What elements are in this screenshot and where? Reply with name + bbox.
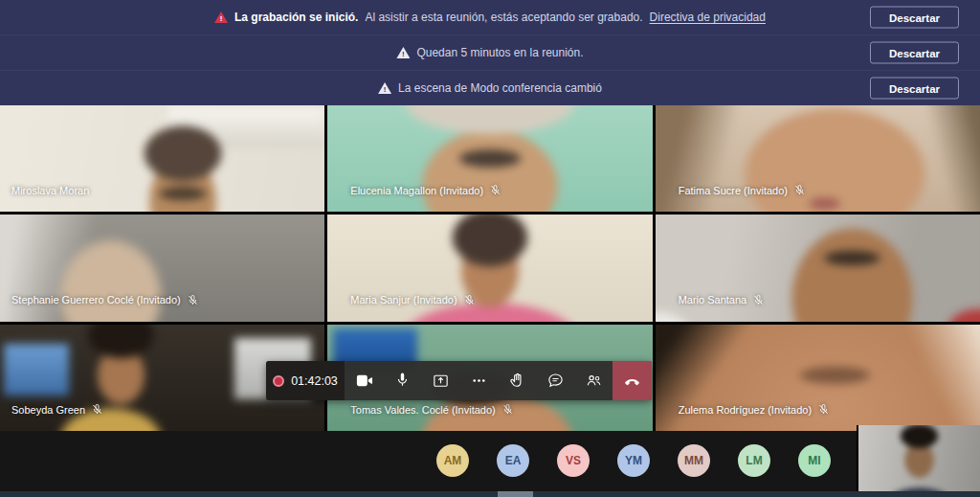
avatar-initials[interactable]: AM	[436, 444, 469, 477]
banner-text: Quedan 5 minutos en la reunión.	[416, 46, 583, 59]
participants-button[interactable]	[574, 361, 612, 400]
notification-banners: La grabación se inició. Al asistir a est…	[0, 0, 980, 105]
record-dot-icon	[273, 375, 284, 387]
mic-off-icon	[463, 294, 476, 306]
participant-name: Stephanie Guerrero Coclé (Invitado)	[11, 294, 181, 305]
video-tile-zulema-rodriguez[interactable]: Zulema Rodríguez (Invitado)	[656, 325, 980, 431]
more-options-button[interactable]	[459, 361, 498, 400]
avatar-initials[interactable]: VS	[557, 444, 590, 477]
mic-off-icon	[752, 294, 765, 306]
video-tile-fatima-sucre[interactable]: Fatima Sucre (Invitado)	[656, 105, 980, 212]
microphone-icon	[393, 372, 412, 390]
participant-name: Fatima Sucre (Invitado)	[679, 185, 788, 196]
participant-name: Maria Sanjur (Invitado)	[350, 294, 457, 305]
participant-label: Stephanie Guerrero Coclé (Invitado)	[11, 294, 199, 306]
mic-off-icon	[501, 403, 514, 416]
recording-indicator: 01:42:03	[266, 361, 345, 400]
dismiss-button[interactable]: Descartar	[870, 42, 959, 64]
video-tile-miroslava-moran[interactable]: Miroslava Moran	[0, 105, 324, 212]
raise-hand-button[interactable]	[498, 361, 536, 400]
warning-icon	[396, 47, 410, 58]
participant-label: Maria Sanjur (Invitado)	[350, 294, 475, 306]
banner-text: Al asistir a esta reunión, estás aceptan…	[365, 11, 642, 24]
hang-up-icon	[623, 372, 641, 390]
meeting-control-bar: 01:42:03	[266, 361, 652, 400]
meeting-timer: 01:42:03	[291, 374, 338, 388]
mic-off-icon	[817, 403, 830, 416]
mic-off-icon	[489, 184, 501, 196]
share-screen-icon	[432, 372, 450, 390]
audio-participants-strip: AM EA VS YM MM LM MI	[0, 431, 980, 497]
avatar-row: AM EA VS YM MM LM MI	[436, 444, 831, 477]
participant-name: Mario Santana	[679, 294, 747, 305]
participant-label: Zulema Rodríguez (Invitado)	[679, 403, 830, 416]
more-options-icon	[470, 372, 488, 390]
participant-name: Zulema Rodríguez (Invitado)	[679, 404, 812, 416]
self-video-feed	[857, 425, 980, 491]
participant-label: Miroslava Moran	[11, 185, 89, 196]
share-screen-button[interactable]	[421, 361, 459, 400]
avatar-initials[interactable]: MM	[678, 444, 710, 477]
privacy-policy-link[interactable]: Directiva de privacidad	[650, 11, 766, 24]
dismiss-button[interactable]: Descartar	[870, 78, 959, 100]
raise-hand-icon	[508, 372, 526, 390]
participant-name: Sobeyda Green	[11, 404, 85, 416]
self-view-video[interactable]	[857, 425, 980, 491]
scene-changed-banner: La escena de Modo conferencia cambió Des…	[0, 70, 980, 105]
participant-label: Mario Santana	[679, 294, 766, 306]
video-tile-elucenia-magallon[interactable]: Elucenia Magallon (Invitado)	[327, 105, 652, 212]
participant-label: Fatima Sucre (Invitado)	[679, 184, 806, 196]
video-tile-maria-sanjur[interactable]: Maria Sanjur (Invitado)	[327, 215, 652, 321]
mic-off-icon	[91, 403, 103, 416]
participant-name: Miroslava Moran	[11, 185, 89, 196]
microphone-button[interactable]	[383, 361, 421, 400]
participant-name: Elucenia Magallon (Invitado)	[350, 185, 483, 196]
dismiss-button[interactable]: Descartar	[870, 7, 959, 29]
avatar-initials[interactable]: YM	[617, 444, 650, 477]
avatar-initials[interactable]: EA	[497, 444, 529, 477]
avatar-initials[interactable]: MI	[798, 444, 831, 477]
warning-icon	[378, 82, 391, 94]
banner-text: La escena de Modo conferencia cambió	[398, 81, 602, 95]
chat-icon	[546, 372, 565, 390]
scrollbar-thumb[interactable]	[498, 491, 533, 497]
participants-icon	[585, 372, 603, 390]
camera-icon	[355, 372, 373, 390]
video-tile-mario-santana[interactable]: Mario Santana	[656, 215, 980, 321]
camera-button[interactable]	[345, 361, 383, 400]
chat-button[interactable]	[536, 361, 574, 400]
avatar-initials[interactable]: LM	[738, 444, 770, 477]
banner-bold-text: La grabación se inició.	[234, 11, 358, 24]
mic-off-icon	[187, 294, 199, 306]
warning-icon	[214, 11, 228, 23]
participant-label: Elucenia Magallon (Invitado)	[350, 184, 501, 196]
horizontal-scrollbar	[0, 491, 980, 497]
video-tile-stephanie-guerrero[interactable]: Stephanie Guerrero Coclé (Invitado)	[0, 215, 324, 321]
mic-off-icon	[793, 184, 806, 196]
participant-label: Tomas Valdes. Coclé (Invitado)	[350, 403, 513, 416]
time-remaining-banner: Quedan 5 minutos en la reunión. Descarta…	[0, 34, 980, 70]
participant-label: Sobeyda Green	[11, 403, 103, 416]
hang-up-button[interactable]	[612, 361, 652, 400]
recording-banner: La grabación se inició. Al asistir a est…	[0, 0, 980, 34]
participant-name: Tomas Valdes. Coclé (Invitado)	[350, 404, 495, 416]
